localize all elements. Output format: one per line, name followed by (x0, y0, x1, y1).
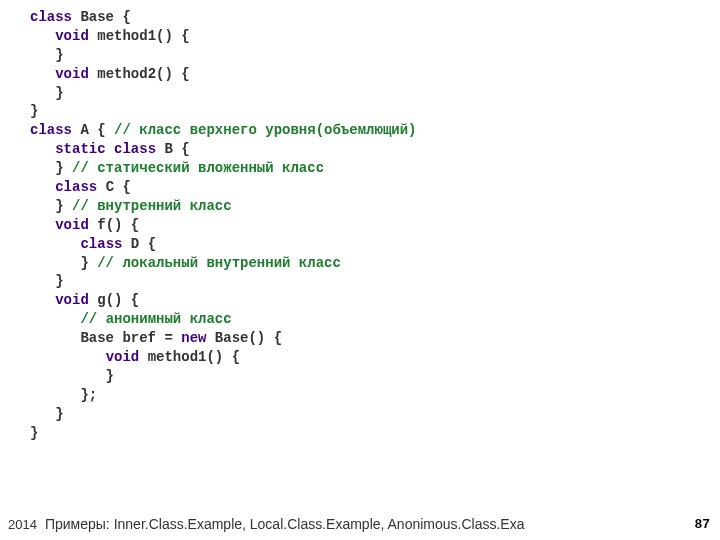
code-token: } (30, 198, 72, 214)
code-token: method1() { (139, 349, 240, 365)
code-token: } (30, 85, 64, 101)
code-token: C { (97, 179, 131, 195)
code-token: class (80, 236, 122, 252)
code-token: } (30, 273, 64, 289)
code-line: } (30, 84, 720, 103)
code-line: } // локальный внутренний класс (30, 254, 720, 273)
code-token: method2() { (89, 66, 190, 82)
code-token (30, 311, 80, 327)
code-token: void (55, 292, 89, 308)
code-line: } (30, 102, 720, 121)
footer-year: 2014 (8, 517, 37, 532)
code-token: class (55, 179, 97, 195)
code-token (30, 236, 80, 252)
code-line: static class B { (30, 140, 720, 159)
code-line: class D { (30, 235, 720, 254)
code-token: A { (72, 122, 114, 138)
code-token (30, 141, 55, 157)
code-token: Base bref = (30, 330, 181, 346)
code-line: } // статический вложенный класс (30, 159, 720, 178)
code-token: void (106, 349, 140, 365)
code-token: void (55, 28, 89, 44)
code-line: void method1() { (30, 348, 720, 367)
code-line: } (30, 424, 720, 443)
code-token: B { (156, 141, 190, 157)
code-line: Base bref = new Base() { (30, 329, 720, 348)
code-token: // локальный внутренний класс (97, 255, 341, 271)
code-token: // внутренний класс (72, 198, 232, 214)
code-token (30, 349, 106, 365)
code-token (30, 28, 55, 44)
code-token (30, 66, 55, 82)
code-token: new (181, 330, 206, 346)
code-token: }; (30, 387, 97, 403)
code-token (30, 292, 55, 308)
code-token: class (30, 9, 72, 25)
code-token: // класс верхнего уровня(объемлющий) (114, 122, 416, 138)
slide-footer: 2014 Примеры: Inner.Class.Example, Local… (0, 516, 720, 532)
code-line: class A { // класс верхнего уровня(объем… (30, 121, 720, 140)
code-token (30, 217, 55, 233)
code-token: } (30, 255, 97, 271)
code-token: void (55, 217, 89, 233)
code-token (30, 179, 55, 195)
code-token: } (30, 368, 114, 384)
code-line: void method2() { (30, 65, 720, 84)
footer-page-number: 87 (694, 517, 710, 532)
code-line: }; (30, 386, 720, 405)
code-token: g() { (89, 292, 139, 308)
code-token: } (30, 406, 64, 422)
code-line: } (30, 46, 720, 65)
code-token: void (55, 66, 89, 82)
code-line: class Base { (30, 8, 720, 27)
code-line: } (30, 405, 720, 424)
code-token: static class (55, 141, 156, 157)
code-line: } (30, 272, 720, 291)
code-token: class (30, 122, 72, 138)
code-token: method1() { (89, 28, 190, 44)
code-line: void g() { (30, 291, 720, 310)
code-block: class Base { void method1() { } void met… (0, 0, 720, 442)
code-token: // статический вложенный класс (72, 160, 324, 176)
code-token: } (30, 47, 64, 63)
code-line: void f() { (30, 216, 720, 235)
code-line: void method1() { (30, 27, 720, 46)
code-token: } (30, 160, 72, 176)
code-line: } // внутренний класс (30, 197, 720, 216)
code-token: D { (122, 236, 156, 252)
code-token: f() { (89, 217, 139, 233)
footer-note: Примеры: Inner.Class.Example, Local.Clas… (37, 516, 712, 532)
code-line: // анонимный класс (30, 310, 720, 329)
code-token: Base { (72, 9, 131, 25)
code-line: class C { (30, 178, 720, 197)
code-token: // анонимный класс (80, 311, 231, 327)
code-token: } (30, 103, 38, 119)
code-line: } (30, 367, 720, 386)
code-token: Base() { (206, 330, 282, 346)
code-token: } (30, 425, 38, 441)
